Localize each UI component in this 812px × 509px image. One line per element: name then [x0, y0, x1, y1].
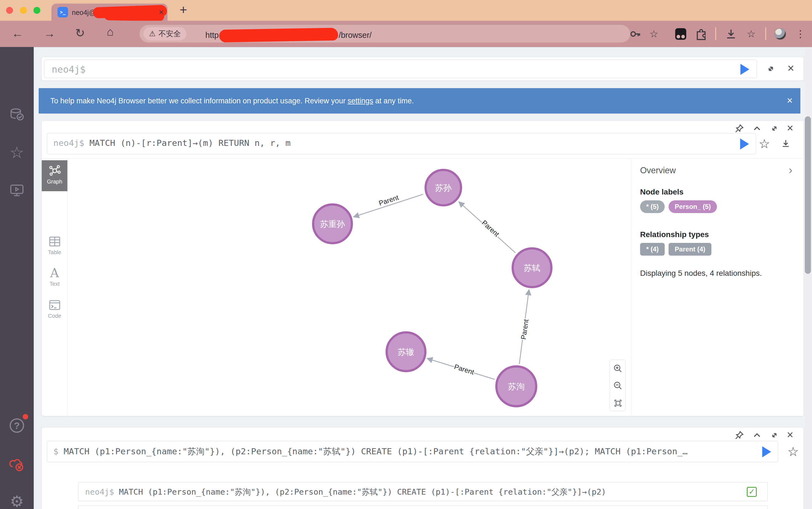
password-key-icon[interactable] [629, 27, 642, 41]
back-icon[interactable]: ← [11, 27, 23, 40]
statement-text: MATCH (p1:Person_{name:"苏洵"}), (p2:Perso… [119, 487, 606, 497]
edge-label[interactable]: Parent [480, 218, 501, 238]
url-suffix: /browser/ [339, 31, 371, 40]
text-view-icon: A [42, 267, 67, 279]
banner-close-icon[interactable]: × [787, 95, 793, 106]
tab-graph[interactable]: Graph [42, 160, 67, 191]
banner-text-before: To help make Neo4j Browser better we col… [50, 97, 346, 105]
edge-label[interactable]: Parent [378, 194, 400, 207]
query-prompt: neo4j$ [53, 138, 84, 148]
cypher-editor-input[interactable]: neo4j$ [44, 59, 757, 78]
query-text: MATCH (p1:Person_{name:"苏洵"}), (p2:Perso… [64, 446, 688, 456]
fullscreen-expand-icon[interactable] [765, 63, 776, 74]
toolbar-separator [765, 27, 766, 40]
run-play-button[interactable] [740, 138, 749, 149]
favorite-star-icon[interactable]: ☆ [787, 444, 799, 459]
collapse-chevron-icon[interactable] [752, 430, 762, 440]
tab-close-icon[interactable]: × [159, 7, 164, 17]
graph-view-icon [48, 165, 61, 177]
svg-text:苏辙: 苏辙 [398, 347, 414, 357]
node-susun[interactable]: 苏孙 [426, 170, 461, 205]
new-tab-button[interactable]: + [180, 2, 187, 17]
warning-icon: ⚠ [149, 29, 156, 38]
statement-row[interactable]: neo4j$ MATCH (p1:Person_{name:"苏洵"}), (p… [78, 505, 768, 509]
graph-canvas[interactable]: Parent Parent Parent Parent 苏孙 [68, 159, 631, 416]
expand-icon[interactable] [770, 430, 779, 440]
frame-query-bar[interactable]: neo4j$ MATCH (n)-[r:Parent]→(m) RETURN n… [47, 133, 756, 155]
window-minimize-button[interactable] [20, 7, 27, 14]
home-icon[interactable]: ⌂ [107, 25, 113, 38]
settings-link[interactable]: settings [348, 97, 373, 105]
bookmark-star-icon[interactable]: ☆ [647, 27, 661, 41]
zoom-controls [610, 360, 626, 411]
download-icon[interactable] [724, 27, 738, 41]
window-zoom-button[interactable] [33, 7, 40, 14]
relationship-types-heading: Relationship types [640, 230, 709, 239]
edge-label[interactable]: Parent [519, 318, 530, 340]
tab-text[interactable]: A Text [42, 267, 67, 287]
query-prompt: $ [53, 446, 59, 456]
code-view-icon [48, 299, 61, 311]
node-suxun[interactable]: 苏洵 [496, 366, 536, 406]
edge-label[interactable]: Parent [453, 363, 475, 376]
run-play-button[interactable] [762, 446, 771, 457]
node-pill-person[interactable]: Person_ (5) [669, 200, 717, 213]
statement-prompt: neo4j$ [85, 487, 114, 497]
tab-strip: >_ neo4j@neo4 × + [0, 0, 812, 21]
close-icon[interactable]: × [787, 429, 793, 441]
settings-gear-icon[interactable]: ⚙ [8, 493, 25, 509]
rel-pill-all[interactable]: * (4) [640, 243, 665, 256]
graph-result-body: Graph Table A Text Code [42, 158, 804, 416]
node-suzhe[interactable]: 苏辙 [387, 332, 425, 371]
collapse-chevron-icon[interactable] [752, 124, 762, 133]
tab-code[interactable]: Code [42, 299, 67, 319]
svg-text:苏孙: 苏孙 [435, 183, 451, 192]
rel-pill-parent[interactable]: Parent (4) [669, 243, 711, 256]
tab-table[interactable]: Table [42, 235, 67, 256]
pin-icon[interactable] [734, 124, 744, 133]
node-labels-heading: Node labels [640, 188, 683, 197]
scrollbar-thumb[interactable] [805, 116, 811, 274]
favorites-star-icon[interactable]: ☆ [8, 144, 25, 161]
zoom-out-icon[interactable] [612, 380, 624, 392]
result-frame-multistatement: × $ MATCH (p1:Person_{name:"苏洵"}), (p2:P… [41, 427, 804, 509]
run-play-button[interactable] [740, 64, 749, 75]
help-icon[interactable]: ? [8, 417, 25, 434]
profile-avatar[interactable] [774, 27, 787, 41]
banner-text-after: at any time. [375, 97, 414, 105]
node-pill-all[interactable]: * (5) [640, 200, 665, 213]
zoom-in-icon[interactable] [612, 363, 624, 374]
pin-icon[interactable] [734, 430, 744, 440]
statement-row[interactable]: neo4j$ MATCH (p1:Person_{name:"苏洵"}), (p… [78, 482, 768, 501]
guides-monitor-icon[interactable] [8, 182, 25, 198]
frame-query-bar[interactable]: $ MATCH (p1:Person_{name:"苏洵"}), (p2:Per… [47, 441, 778, 462]
security-chip[interactable]: ⚠ 不安全 [143, 27, 186, 40]
zoom-fit-icon[interactable] [612, 397, 624, 409]
close-icon[interactable]: × [787, 62, 794, 75]
extension-star-badge-icon[interactable]: ☆ [745, 27, 758, 41]
editor-prompt: neo4j$ [52, 64, 86, 75]
menu-dots-icon[interactable]: ⋮ [794, 27, 807, 41]
browser-tab[interactable]: >_ neo4j@neo4 × [52, 4, 168, 21]
panel-chevron-icon[interactable]: › [789, 164, 792, 176]
forward-icon[interactable]: → [44, 27, 55, 40]
node-suchongsun[interactable]: 苏重孙 [313, 204, 352, 243]
database-icon[interactable] [8, 106, 25, 123]
expand-icon[interactable] [770, 124, 779, 133]
query-text: MATCH (n)-[r:Parent]→(m) RETURN n, r, m [90, 138, 291, 148]
download-icon[interactable] [780, 138, 791, 149]
overview-title: Overview [640, 166, 676, 175]
cloud-disconnected-icon[interactable] [8, 456, 25, 473]
close-icon[interactable]: × [787, 122, 793, 134]
page-scrollbar[interactable] [804, 47, 812, 509]
window-close-button[interactable] [6, 7, 13, 14]
node-sushi[interactable]: 苏轼 [513, 248, 551, 287]
overview-summary: Displaying 5 nodes, 4 relationships. [640, 269, 762, 278]
extensions-puzzle-icon[interactable] [695, 27, 708, 41]
favorite-star-icon[interactable]: ☆ [759, 136, 770, 151]
table-view-icon [48, 235, 61, 247]
reload-icon[interactable]: ↻ [75, 26, 85, 40]
address-bar[interactable]: ⚠ 不安全 http /browser/ [140, 25, 630, 42]
extension-icon-dark[interactable] [674, 27, 687, 41]
overview-panel: Overview › Node labels * (5) Person_ (5)… [631, 159, 804, 416]
